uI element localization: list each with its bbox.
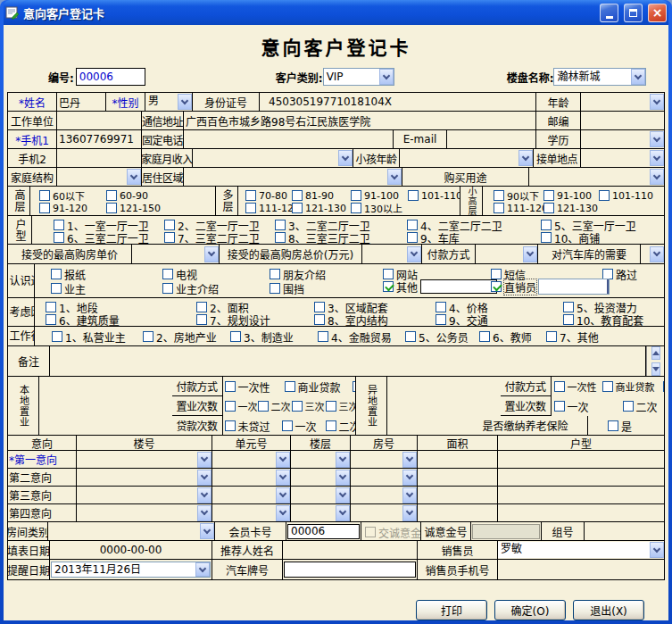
checkbox-item[interactable]: 101-110 xyxy=(408,189,460,202)
checkbox-item[interactable]: 90以下 xyxy=(494,189,539,202)
checkbox-item[interactable]: 8、三室三厅二卫 xyxy=(275,231,370,244)
room-combo[interactable] xyxy=(351,505,417,521)
titlebar[interactable]: 意向客户登记卡 × xyxy=(4,0,668,25)
education-combo[interactable] xyxy=(581,131,664,147)
building-combo[interactable] xyxy=(77,505,212,521)
remark-scrollbar[interactable] xyxy=(646,346,664,376)
order-place-combo[interactable] xyxy=(581,150,664,166)
checkbox-item[interactable]: 7、三室二厅二卫 xyxy=(164,231,260,244)
ok-button[interactable]: 确定(O) xyxy=(494,600,566,620)
minimize-button[interactable] xyxy=(600,4,618,22)
checkbox-item[interactable]: 三次以上 xyxy=(326,400,357,412)
sales-phone-field[interactable] xyxy=(498,560,664,579)
email-field[interactable] xyxy=(447,130,536,148)
direct-sales-combo[interactable] xyxy=(538,279,610,295)
checkbox-item[interactable]: 业主介绍 xyxy=(162,282,219,295)
checkbox-item[interactable]: 111-120 xyxy=(494,202,548,214)
sales-combo[interactable]: 罗敏 xyxy=(498,542,664,558)
referrer-field[interactable] xyxy=(283,541,418,559)
checkbox-item[interactable]: 60以下 xyxy=(39,189,85,202)
work-unit-field[interactable] xyxy=(57,112,142,129)
floor-combo[interactable] xyxy=(291,452,350,468)
checkbox-item[interactable]: 三次 xyxy=(292,400,325,412)
close-button[interactable]: × xyxy=(648,4,667,22)
family-structure-combo[interactable] xyxy=(57,169,141,185)
checkbox-item[interactable]: 商业贷款 xyxy=(285,380,341,393)
building-combo[interactable] xyxy=(77,487,212,503)
checkbox-item[interactable]: 10、商铺 xyxy=(541,231,600,244)
checkbox-item[interactable]: 8、室内结构 xyxy=(314,313,388,326)
checkbox-item[interactable]: 121-150 xyxy=(106,202,161,214)
checkbox-item[interactable]: 业主 xyxy=(51,282,86,295)
checkbox-item[interactable]: 是 xyxy=(608,420,632,432)
checkbox-item[interactable]: 7、规划设计 xyxy=(196,313,270,326)
checkbox-item[interactable]: 9、交通 xyxy=(436,313,488,326)
checkbox-item[interactable]: 一次 xyxy=(554,400,589,412)
checkbox-item[interactable]: 5、公务员 xyxy=(405,330,469,343)
scroll-down-button[interactable] xyxy=(651,362,660,376)
room-category-combo[interactable] xyxy=(48,523,214,539)
checkbox-item[interactable]: 3、制造业 xyxy=(230,330,294,343)
building-combo[interactable] xyxy=(77,470,212,486)
room-combo[interactable] xyxy=(351,452,417,468)
mobile1-field[interactable]: 13607769971 xyxy=(57,130,142,148)
checkbox-other[interactable]: 其他 xyxy=(383,280,497,293)
checkbox-item[interactable]: 一次 xyxy=(282,420,317,432)
checkbox-item[interactable]: 报纸 xyxy=(51,268,86,280)
remind-date-picker[interactable]: 2013年11月26日 xyxy=(51,562,211,578)
checkbox-item[interactable]: 121-130 xyxy=(292,202,346,214)
zip-field[interactable] xyxy=(581,112,664,129)
name-field[interactable]: 巴丹 xyxy=(57,93,106,111)
checkbox-item[interactable]: 电视 xyxy=(162,268,197,280)
child-age-combo[interactable] xyxy=(400,150,533,166)
car-plate-input[interactable] xyxy=(284,562,416,578)
customer-type-combo[interactable]: VIP xyxy=(323,68,394,86)
checkbox-item[interactable]: 101-110 xyxy=(599,189,653,202)
checkbox-item[interactable]: 6、建筑质量 xyxy=(46,313,120,326)
checkbox-item[interactable]: 91-120 xyxy=(39,202,87,214)
checkbox-item[interactable]: 一次性 xyxy=(554,380,597,393)
estate-name-combo[interactable]: 瀚林新城 xyxy=(553,68,646,86)
floor-combo[interactable] xyxy=(291,487,350,503)
checkbox-item[interactable]: 4、金融贸易 xyxy=(318,330,392,343)
checkbox-item[interactable]: 91-100 xyxy=(543,189,592,202)
payment-method-combo[interactable] xyxy=(476,246,537,262)
exit-button[interactable]: 退出(X) xyxy=(573,600,644,620)
checkbox-item[interactable]: 一次性 xyxy=(225,380,270,393)
checkbox-item[interactable]: 130以上 xyxy=(351,202,402,214)
group-no-field[interactable] xyxy=(585,522,664,540)
checkbox-item[interactable]: 1、私营业主 xyxy=(52,330,126,343)
checkbox-item[interactable]: 9、车库 xyxy=(407,231,460,244)
checkbox-item[interactable]: 围挡 xyxy=(270,282,304,295)
member-card-input[interactable]: 00006 xyxy=(287,524,360,539)
address-field[interactable]: 广西百色市城乡路98号右江民族医学院 xyxy=(184,112,536,129)
floor-combo[interactable] xyxy=(291,470,350,486)
checkbox-item[interactable]: 2、房地产业 xyxy=(143,330,217,343)
purchase-purpose-combo[interactable] xyxy=(529,169,664,185)
tel-field[interactable] xyxy=(184,130,394,148)
floor-combo[interactable] xyxy=(291,505,350,521)
remark-textarea[interactable] xyxy=(50,346,646,376)
unit-combo[interactable] xyxy=(212,470,290,486)
no-input[interactable]: 00006 xyxy=(76,68,145,86)
checkbox-item[interactable]: 121-130 xyxy=(543,202,598,214)
checkbox-item[interactable]: 一次 xyxy=(225,400,258,412)
checkbox-item[interactable]: 二次 xyxy=(258,400,291,412)
checkbox-item[interactable]: 二次 xyxy=(326,420,357,432)
maximize-button[interactable] xyxy=(624,4,643,22)
gender-combo[interactable]: 男 xyxy=(145,94,192,110)
checkbox-item[interactable]: 朋友介绍 xyxy=(270,268,326,280)
checkbox-item[interactable]: 7、其他 xyxy=(546,330,599,343)
checkbox-item[interactable]: 未贷过 xyxy=(225,420,270,432)
mobile2-field[interactable] xyxy=(57,149,142,167)
income-combo[interactable] xyxy=(193,150,353,166)
checkbox-item[interactable]: 6、教师 xyxy=(479,330,532,343)
room-combo[interactable] xyxy=(351,487,417,503)
room-combo[interactable] xyxy=(351,470,417,486)
unit-combo[interactable] xyxy=(212,452,290,468)
checkbox-item[interactable]: 91-100 xyxy=(351,189,399,202)
checkbox-item[interactable]: 6、三室二厅一卫 xyxy=(54,231,149,244)
unit-combo[interactable] xyxy=(212,505,290,521)
living-area-combo[interactable] xyxy=(184,169,402,185)
id-number-field[interactable]: 45030519771018104X xyxy=(260,93,536,111)
